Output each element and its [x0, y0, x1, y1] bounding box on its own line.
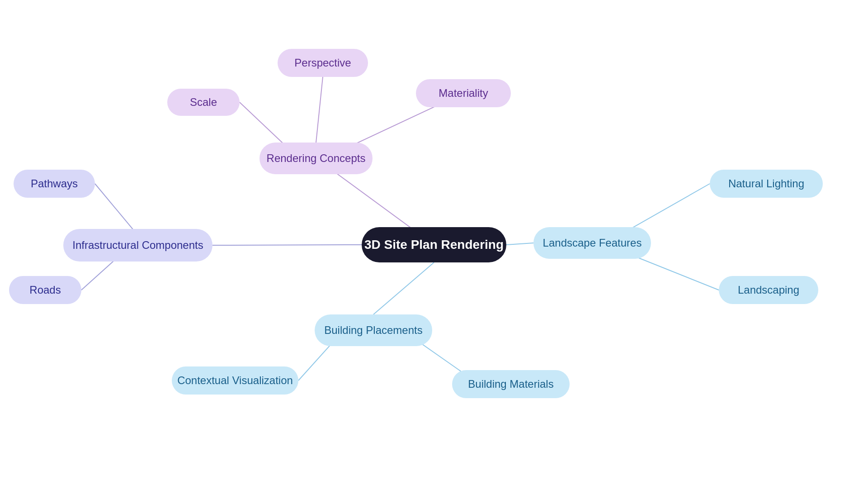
scale-label: Scale	[190, 96, 217, 109]
building-materials-label: Building Materials	[468, 378, 553, 390]
center-node: 3D Site Plan Rendering	[362, 227, 506, 262]
scale-node: Scale	[167, 89, 240, 116]
svg-line-1	[316, 77, 323, 143]
materiality-label: Materiality	[439, 87, 488, 100]
landscape-features-label: Landscape Features	[543, 237, 642, 249]
svg-line-8	[622, 184, 710, 234]
infrastructural-components-node: Infrastructural Components	[63, 229, 212, 262]
landscaping-label: Landscaping	[738, 284, 799, 296]
svg-line-10	[373, 262, 434, 314]
natural-lighting-label: Natural Lighting	[728, 177, 804, 190]
roads-node: Roads	[9, 276, 81, 304]
contextual-visualization-label: Contextual Visualization	[177, 374, 293, 387]
contextual-visualization-node: Contextual Visualization	[172, 366, 298, 395]
perspective-node: Perspective	[278, 49, 368, 77]
pathways-label: Pathways	[31, 177, 78, 190]
rendering-concepts-label: Rendering Concepts	[267, 152, 366, 165]
rendering-concepts-node: Rendering Concepts	[259, 143, 373, 174]
building-materials-node: Building Materials	[452, 370, 570, 398]
infrastructural-components-label: Infrastructural Components	[72, 239, 203, 252]
svg-line-7	[506, 243, 533, 245]
landscape-features-node: Landscape Features	[533, 227, 651, 259]
svg-line-4	[212, 245, 362, 245]
pathways-node: Pathways	[14, 170, 95, 198]
perspective-label: Perspective	[294, 57, 351, 69]
svg-line-5	[95, 184, 138, 235]
landscaping-node: Landscaping	[719, 276, 818, 304]
building-placements-label: Building Placements	[324, 324, 422, 337]
natural-lighting-node: Natural Lighting	[710, 170, 823, 198]
building-placements-node: Building Placements	[315, 314, 432, 346]
roads-label: Roads	[29, 284, 61, 296]
center-label: 3D Site Plan Rendering	[364, 238, 504, 252]
materiality-node: Materiality	[416, 79, 511, 107]
